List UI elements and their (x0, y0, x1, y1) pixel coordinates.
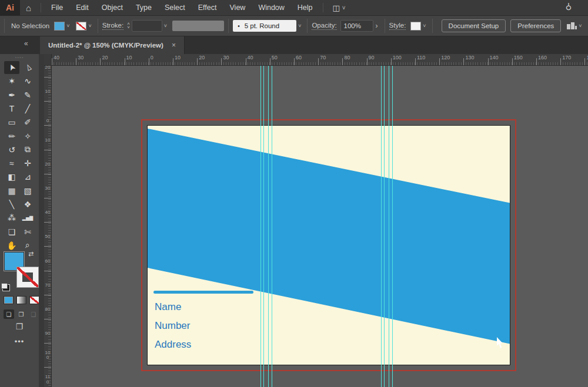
stroke-label[interactable]: Stroke: (102, 22, 123, 30)
magic-wand-tool[interactable]: ✶ (4, 75, 19, 88)
brush-value: 5 pt. Round (245, 22, 279, 29)
vertical-guide[interactable] (392, 66, 393, 387)
color-button[interactable] (4, 296, 14, 304)
change-screen-mode-icon[interactable]: ❐ (0, 322, 39, 331)
perspective-grid-tool-icon: ⊿ (24, 172, 31, 181)
slice-tool[interactable]: ✄ (20, 226, 35, 238)
artboard-tool[interactable]: ❏ (4, 226, 19, 238)
chevron-down-icon[interactable]: ˅ (86, 23, 93, 29)
ruler-label: 110 (45, 375, 51, 385)
close-tab-icon[interactable]: × (172, 41, 176, 49)
ruler-tick (52, 58, 52, 65)
vertical-guide[interactable] (381, 66, 382, 387)
none-button[interactable] (29, 296, 39, 304)
zoom-tool[interactable]: ⌕ (20, 239, 35, 252)
opacity-label[interactable]: Opacity: (312, 22, 336, 30)
blend-tool[interactable]: ❖ (20, 198, 35, 211)
collapse-panel-icon[interactable]: « (24, 39, 27, 48)
rotate-tool[interactable]: ↺ (4, 143, 19, 156)
lasso-tool[interactable]: ∿ (20, 75, 35, 88)
blue-diagonal-band[interactable] (148, 126, 510, 365)
mesh-tool[interactable]: ▦ (4, 184, 19, 197)
menu-item-type[interactable]: Type (129, 1, 158, 15)
line-segment-tool[interactable]: ╱ (20, 102, 35, 115)
menu-item-file[interactable]: File (45, 1, 69, 15)
artboard[interactable]: NameNumberAddress (147, 125, 510, 365)
gradient-tool[interactable]: ▧ (20, 184, 35, 197)
pen-tool[interactable]: ✒ (4, 89, 19, 102)
chevron-down-icon[interactable]: ˅ (65, 23, 71, 29)
card-text-address[interactable]: Address (155, 339, 191, 351)
vertical-guide[interactable] (389, 66, 389, 387)
ruler-label: 90 (369, 55, 375, 60)
menu-item-edit[interactable]: Edit (69, 1, 95, 15)
hand-tool[interactable]: ✋ (4, 239, 19, 252)
vertical-guide[interactable] (384, 66, 385, 387)
symbol-sprayer-tool[interactable]: ⁂ (4, 211, 19, 224)
draw-behind-mode[interactable]: ❐ (16, 309, 26, 319)
chevron-down-icon[interactable]: ˅ (296, 23, 303, 29)
fill-color-swatch[interactable] (54, 22, 65, 31)
stroke-weight-stepper[interactable]: ˄˅ (127, 22, 130, 29)
chevron-down-icon[interactable]: ˅ (162, 23, 169, 29)
column-graph-tool[interactable]: ▂▅▇ (20, 211, 35, 224)
edit-toolbar-more-icon[interactable]: ••• (0, 337, 39, 346)
stroke-weight-field[interactable] (132, 20, 162, 32)
chevron-down-icon[interactable]: ˅ (577, 23, 583, 29)
card-text-name[interactable]: Name (155, 301, 181, 313)
type-tool[interactable]: T (4, 102, 19, 115)
ruler-tick (44, 77, 51, 78)
divider-line-shape[interactable] (153, 291, 253, 294)
shape-builder-tool[interactable]: ◧ (4, 170, 19, 183)
shaper-tool[interactable]: ✧ (20, 130, 35, 143)
pencil-tool[interactable]: ✏ (4, 130, 19, 143)
app-logo[interactable]: Ai (0, 0, 20, 16)
vertical-guide[interactable] (272, 66, 272, 387)
preferences-button[interactable]: Preferences (510, 19, 561, 32)
canvas-pasteboard[interactable]: NameNumberAddress (52, 66, 588, 387)
vertical-guide[interactable] (268, 66, 269, 387)
puppet-warp-tool[interactable]: ✛ (20, 157, 35, 170)
menu-item-window[interactable]: Window (252, 1, 290, 15)
perspective-grid-tool[interactable]: ⊿ (20, 170, 35, 183)
style-label[interactable]: Style: (389, 22, 406, 30)
width-tool[interactable]: ≈ (4, 157, 19, 170)
gradient-button[interactable] (16, 296, 26, 304)
discover-lightbulb-icon[interactable]: ⚲ (566, 2, 572, 12)
rectangle-tool[interactable]: ▭ (4, 116, 19, 129)
style-swatch[interactable] (410, 22, 421, 31)
draw-normal-mode[interactable]: ❏ (4, 309, 14, 319)
menu-item-view[interactable]: View (223, 1, 252, 15)
direct-selection-tool[interactable]: ▻ (20, 61, 35, 74)
menu-item-select[interactable]: Select (158, 1, 192, 15)
ruler-label: 40 (45, 210, 51, 216)
document-setup-button[interactable]: Document Setup (442, 19, 506, 32)
menu-item-effect[interactable]: Effect (192, 1, 223, 15)
ruler-label: 70 (45, 283, 51, 288)
vertical-ruler[interactable]: 20100102030405060708090100110 (44, 66, 52, 387)
selection-tool[interactable]: ➤ (4, 61, 19, 74)
align-icon[interactable] (567, 22, 577, 29)
card-text-number[interactable]: Number (155, 320, 190, 332)
workspace-switcher[interactable]: ◫ ˅ (333, 4, 346, 12)
document-tab[interactable]: Untitled-2* @ 150% (CMYK/Preview) × (40, 36, 185, 54)
menu-item-help[interactable]: Help (291, 1, 319, 15)
home-icon[interactable]: ⌂ (20, 3, 37, 13)
stroke-color-indicator[interactable] (16, 267, 39, 288)
chevron-down-icon[interactable]: ˅ (421, 23, 427, 29)
scale-tool[interactable]: ⧉ (20, 143, 35, 156)
opacity-field[interactable]: 100% (340, 20, 373, 32)
paintbrush-tool[interactable]: ✐ (20, 116, 35, 129)
ruler-origin-corner[interactable] (44, 54, 52, 66)
horizontal-ruler[interactable]: 4030201001020304050607080901001101201301… (44, 54, 588, 66)
opacity-expand-icon[interactable]: › (373, 22, 380, 30)
curvature-tool[interactable]: ✎ (20, 89, 35, 102)
panel-grip[interactable]: •••• (0, 55, 39, 60)
eyedropper-tool[interactable]: ╲ (4, 198, 19, 211)
brush-definition-dropdown[interactable]: • 5 pt. Round (233, 20, 296, 32)
menu-item-object[interactable]: Object (95, 1, 129, 15)
default-fill-stroke-icon[interactable] (2, 284, 10, 291)
stroke-color-swatch[interactable] (76, 22, 86, 31)
vertical-guide[interactable] (260, 66, 261, 387)
vertical-guide[interactable] (263, 66, 264, 387)
